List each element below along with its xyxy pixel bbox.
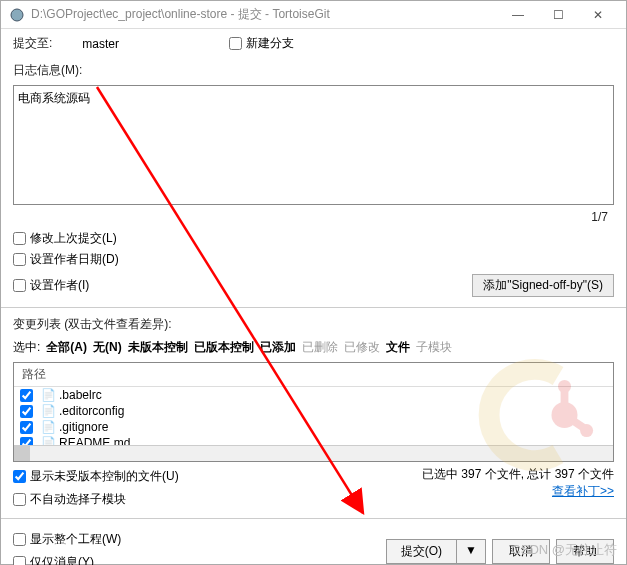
amend-checkbox[interactable]: 修改上次提交(L) <box>13 228 614 249</box>
show-unversioned-checkbox[interactable]: 显示未受版本控制的文件(U) <box>13 466 179 487</box>
filter-none[interactable]: 无(N) <box>93 339 122 356</box>
list-item[interactable]: 📄 .babelrc <box>14 387 613 403</box>
log-message-input[interactable] <box>13 85 614 205</box>
list-item[interactable]: 📄 .editorconfig <box>14 403 613 419</box>
filter-added[interactable]: 已添加 <box>260 339 296 356</box>
no-auto-submodule-checkbox[interactable]: 不自动选择子模块 <box>13 489 179 510</box>
titlebar: D:\GOProject\ec_project\online-store - 提… <box>1 1 626 29</box>
filter-all[interactable]: 全部(A) <box>46 339 87 356</box>
filter-files[interactable]: 文件 <box>386 339 410 356</box>
selection-summary: 已选中 397 个文件, 总计 397 个文件 <box>422 466 614 483</box>
file-icon: 📄 <box>41 436 55 445</box>
minimize-button[interactable]: — <box>498 1 538 29</box>
changelist-header: 变更列表 (双击文件查看差异): <box>13 316 172 333</box>
select-label: 选中: <box>13 339 40 356</box>
new-branch-checkbox[interactable]: 新建分支 <box>229 33 294 54</box>
column-path[interactable]: 路径 <box>14 363 613 387</box>
log-message-label: 日志信息(M): <box>13 62 82 79</box>
list-item[interactable]: 📄 .gitignore <box>14 419 613 435</box>
horizontal-scrollbar[interactable] <box>14 445 613 461</box>
svg-point-0 <box>11 9 23 21</box>
set-author-checkbox[interactable]: 设置作者(I) <box>13 275 89 296</box>
file-list[interactable]: 路径 📄 .babelrc 📄 .editorconfig 📄 .gitigno… <box>13 362 614 462</box>
maximize-button[interactable]: ☐ <box>538 1 578 29</box>
char-counter: 1/7 <box>1 208 626 226</box>
filter-unversioned[interactable]: 未版本控制 <box>128 339 188 356</box>
filter-row: 选中: 全部(A) 无(N) 未版本控制 已版本控制 已添加 已删除 已修改 文… <box>1 337 626 358</box>
signed-off-button[interactable]: 添加"Signed-off-by"(S) <box>472 274 614 297</box>
file-icon: 📄 <box>41 420 55 434</box>
view-patch-link[interactable]: 查看补丁>> <box>552 484 614 498</box>
message-only-checkbox[interactable]: 仅仅消息(Y) <box>13 552 121 565</box>
commit-dialog: D:\GOProject\ec_project\online-store - 提… <box>0 0 627 565</box>
window-title: D:\GOProject\ec_project\online-store - 提… <box>31 6 498 23</box>
watermark-text: CSDN @无往止符 <box>511 541 617 559</box>
file-icon: 📄 <box>41 388 55 402</box>
close-button[interactable]: ✕ <box>578 1 618 29</box>
show-whole-project-checkbox[interactable]: 显示整个工程(W) <box>13 529 121 550</box>
commit-button[interactable]: 提交(O) ▼ <box>386 539 486 564</box>
filter-submodules: 子模块 <box>416 339 452 356</box>
commit-to-label: 提交至: <box>13 35 52 52</box>
filter-versioned[interactable]: 已版本控制 <box>194 339 254 356</box>
set-author-date-checkbox[interactable]: 设置作者日期(D) <box>13 249 614 270</box>
filter-deleted: 已删除 <box>302 339 338 356</box>
file-icon: 📄 <box>41 404 55 418</box>
filter-modified: 已修改 <box>344 339 380 356</box>
app-icon <box>9 7 25 23</box>
commit-dropdown[interactable]: ▼ <box>457 540 485 563</box>
list-item[interactable]: 📄 README.md <box>14 435 613 445</box>
branch-name: master <box>82 37 119 51</box>
new-branch-input[interactable] <box>229 37 242 50</box>
